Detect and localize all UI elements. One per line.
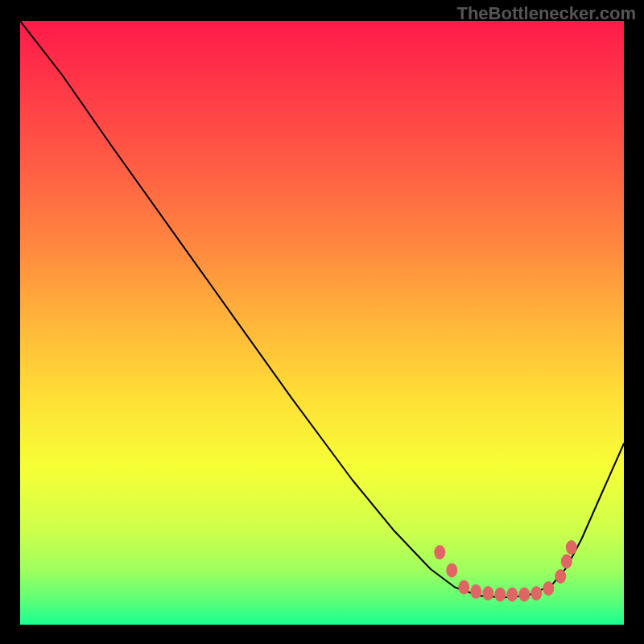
curve-marker <box>506 588 518 602</box>
curve-marker <box>530 586 542 601</box>
curve-marker <box>458 580 469 595</box>
curve-marker <box>566 540 577 555</box>
curve-marker <box>494 588 506 602</box>
curve-marker <box>543 581 554 596</box>
curve-marker <box>482 586 493 601</box>
curve-marker <box>470 584 481 599</box>
curve-marker <box>561 554 572 568</box>
curve-marker <box>555 569 566 584</box>
chart-background <box>20 21 624 625</box>
watermark-text: TheBottlenecker.com <box>456 3 636 24</box>
curve-marker <box>518 588 530 602</box>
outer-frame: TheBottlenecker.com <box>0 0 644 644</box>
curve-marker <box>446 564 457 578</box>
bottleneck-chart <box>20 21 624 625</box>
curve-marker <box>434 545 445 559</box>
